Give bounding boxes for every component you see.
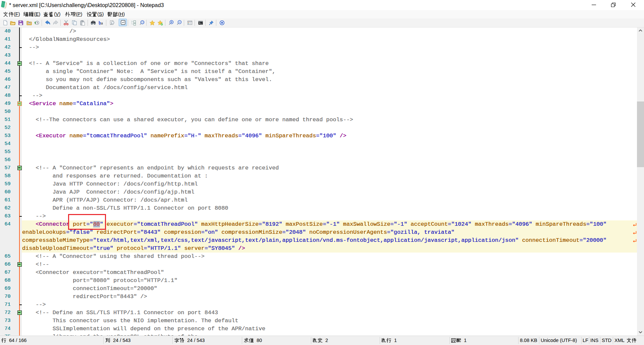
svg-text:a: a xyxy=(101,20,103,25)
